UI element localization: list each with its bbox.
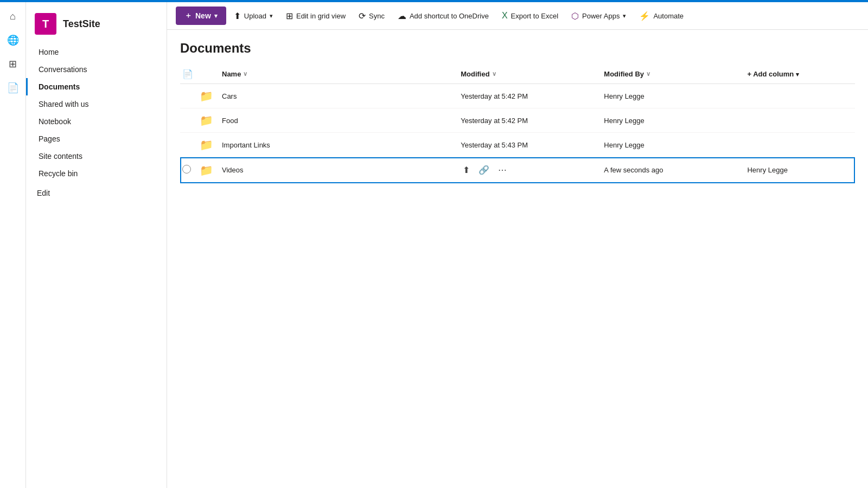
export-excel-button[interactable]: X Export to Excel <box>496 8 564 24</box>
th-checkbox: 📄 <box>180 65 197 84</box>
page-icon[interactable]: 📄 <box>3 78 23 98</box>
sidebar-item-notebook[interactable]: Notebook <box>26 113 167 130</box>
documents-table: 📄 Name ∨ Modified ∨ <box>180 65 855 183</box>
th-icon <box>197 65 215 84</box>
row-modified-by-cell: Henry Legge <box>597 84 741 108</box>
more-actions-button[interactable]: ⋯ <box>496 163 509 177</box>
grid-icon[interactable]: ⊞ <box>3 54 23 74</box>
th-modified-by[interactable]: Modified By ∨ <box>597 65 741 84</box>
powerapps-chevron-icon: ▾ <box>623 12 626 20</box>
upload-button[interactable]: ⬆ Upload ▾ <box>228 8 278 24</box>
table-row[interactable]: 📁FoodYesterday at 5:42 PMHenry Legge <box>180 108 855 133</box>
plus-icon: ＋ <box>184 11 192 21</box>
power-apps-button[interactable]: ⬡ Power Apps ▾ <box>566 8 631 24</box>
nav-edit-link[interactable]: Edit <box>26 184 167 202</box>
th-modified-by-label: Modified By <box>604 70 644 78</box>
row-modified-cell: Yesterday at 5:42 PM <box>454 108 597 133</box>
automate-label: Automate <box>653 12 684 20</box>
export-excel-label: Export to Excel <box>511 12 558 20</box>
sync-label: Sync <box>369 12 385 20</box>
power-apps-label: Power Apps <box>582 12 620 20</box>
row-addcol-cell <box>741 133 835 157</box>
row-checkbox-1[interactable] <box>180 108 197 133</box>
modified-sort-icon: ∨ <box>492 70 496 78</box>
powerapps-icon: ⬡ <box>571 11 579 21</box>
row-name-cell[interactable]: Food <box>215 108 454 133</box>
folder-icon-cell: 📁 <box>197 108 215 133</box>
excel-icon: X <box>502 11 508 21</box>
row-addcol-cell <box>741 108 835 133</box>
folder-link[interactable]: Important Links <box>222 141 270 149</box>
table-row[interactable]: 📁CarsYesterday at 5:42 PMHenry Legge <box>180 84 855 108</box>
new-button[interactable]: ＋ New ▾ <box>176 7 226 25</box>
row-checkbox-0[interactable] <box>180 84 197 108</box>
home-icon[interactable]: ⌂ <box>3 7 23 26</box>
site-logo: T <box>35 13 56 35</box>
row-name-cell[interactable]: Important Links <box>215 133 454 157</box>
th-name[interactable]: Name ∨ <box>215 65 454 84</box>
new-chevron-icon: ▾ <box>214 12 218 20</box>
share-action-button[interactable]: ⬆ <box>461 163 472 177</box>
sidebar-item-home[interactable]: Home <box>26 43 167 61</box>
row-modified-by-cell: Henry Legge <box>597 133 741 157</box>
th-name-label: Name <box>222 70 241 78</box>
row-actions-cell: ⬆ 🔗 ⋯ <box>454 157 597 183</box>
table-body: 📁CarsYesterday at 5:42 PMHenry Legge📁Foo… <box>180 84 855 183</box>
automate-button[interactable]: ⚡ Automate <box>634 8 689 24</box>
file-type-icon: 📄 <box>182 69 193 79</box>
table-header-row: 📄 Name ∨ Modified ∨ <box>180 65 855 84</box>
globe-icon[interactable]: 🌐 <box>3 30 23 50</box>
folder-icon: 📁 <box>200 90 213 102</box>
folder-link[interactable]: Food <box>222 117 238 125</box>
folder-link[interactable]: Cars <box>222 92 237 100</box>
add-shortcut-button[interactable]: ☁ Add shortcut to OneDrive <box>392 8 494 24</box>
add-shortcut-label: Add shortcut to OneDrive <box>410 12 489 20</box>
th-modified[interactable]: Modified ∨ <box>454 65 597 84</box>
modified-by-sort-icon: ∨ <box>646 70 650 78</box>
row-addcol-cell <box>836 157 855 183</box>
th-add-column[interactable]: + Add column ▾ <box>741 65 835 84</box>
sidebar-item-shared-with-us[interactable]: Shared with us <box>26 95 167 113</box>
th-modified-label: Modified <box>461 70 489 78</box>
add-column-label: + Add column <box>747 70 794 78</box>
sync-button[interactable]: ⟳ Sync <box>353 8 390 24</box>
shortcut-icon: ☁ <box>398 11 406 21</box>
sync-icon: ⟳ <box>359 11 366 21</box>
row-modified-cell: A few seconds ago <box>597 157 741 183</box>
row-name-cell[interactable]: Videos <box>215 157 454 183</box>
folder-icon-cell: 📁 <box>197 133 215 157</box>
row-checkbox-3[interactable] <box>180 157 197 183</box>
row-modified-cell: Yesterday at 5:43 PM <box>454 133 597 157</box>
row-checkbox-2[interactable] <box>180 133 197 157</box>
sidebar-item-documents[interactable]: Documents <box>26 78 167 95</box>
documents-content: Documents 📄 Name ∨ <box>167 30 868 488</box>
automate-icon: ⚡ <box>639 11 650 21</box>
upload-icon: ⬆ <box>234 11 241 21</box>
page-title: Documents <box>180 41 855 56</box>
site-title: TestSite <box>63 18 100 30</box>
icon-rail: ⌂ 🌐 ⊞ 📄 <box>0 2 26 488</box>
upload-label: Upload <box>244 12 266 20</box>
upload-chevron-icon: ▾ <box>270 12 273 20</box>
folder-icon: 📁 <box>200 139 213 151</box>
new-label: New <box>195 11 211 20</box>
table-row[interactable]: 📁Important LinksYesterday at 5:43 PMHenr… <box>180 133 855 157</box>
copy-link-action-button[interactable]: 🔗 <box>476 163 492 177</box>
row-modified-by-cell: Henry Legge <box>597 108 741 133</box>
folder-link[interactable]: Videos <box>222 166 244 174</box>
table-row[interactable]: 📁Videos ⬆ 🔗 ⋯ A few seconds agoHenry Leg… <box>180 157 855 183</box>
grid-edit-icon: ⊞ <box>286 11 293 21</box>
row-name-cell[interactable]: Cars <box>215 84 454 108</box>
sidebar-item-site-contents[interactable]: Site contents <box>26 147 167 165</box>
sidebar-item-recycle-bin[interactable]: Recycle bin <box>26 165 167 182</box>
name-sort-icon: ∨ <box>243 70 247 78</box>
sidebar-item-pages[interactable]: Pages <box>26 130 167 147</box>
add-column-chevron-icon: ▾ <box>796 71 799 78</box>
radio-circle[interactable] <box>182 165 191 174</box>
folder-icon-cell: 📁 <box>197 157 215 183</box>
row-modified-cell: Yesterday at 5:42 PM <box>454 84 597 108</box>
sidebar-item-conversations[interactable]: Conversations <box>26 61 167 78</box>
edit-grid-button[interactable]: ⊞ Edit in grid view <box>280 8 351 24</box>
folder-icon: 📁 <box>200 164 213 176</box>
row-modified-by-cell: Henry Legge <box>741 157 835 183</box>
